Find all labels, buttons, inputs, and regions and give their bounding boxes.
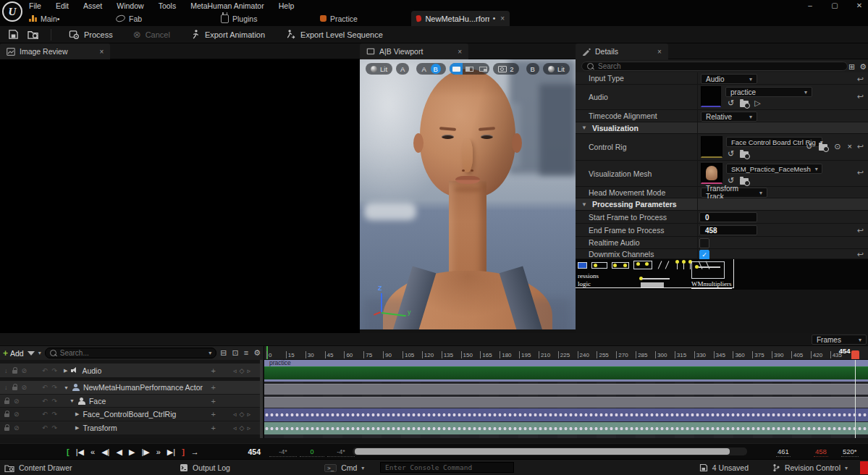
mute-icon[interactable]: ↷: [52, 367, 58, 374]
process-button[interactable]: Process: [60, 27, 122, 43]
tab-main[interactable]: Main•: [29, 11, 59, 26]
play-button[interactable]: ▶: [129, 447, 135, 457]
add-section-icon[interactable]: +: [211, 366, 216, 375]
viewport-close-icon[interactable]: ×: [458, 48, 462, 56]
use-selected-icon[interactable]: ↺: [728, 98, 734, 107]
menu-help[interactable]: Help: [271, 1, 302, 10]
expander-arrow-icon[interactable]: ▶: [75, 411, 79, 417]
prev-keyframe-button[interactable]: «: [90, 447, 95, 456]
keyframe-options-icon[interactable]: ⊟: [220, 348, 227, 358]
mute-icon[interactable]: ↷: [52, 398, 58, 405]
cmd-dropdown[interactable]: >_ Cmd ▾: [324, 460, 364, 475]
tab-details[interactable]: Details ×: [576, 43, 668, 59]
sequencer-search-input[interactable]: Search... ▾: [45, 348, 217, 358]
pick-actor-icon[interactable]: ⊙: [834, 142, 840, 151]
tab-image-review[interactable]: Image Review ×: [0, 43, 110, 59]
settings-gear-icon[interactable]: ⚙: [859, 62, 867, 72]
browse-to-asset-button[interactable]: [25, 28, 42, 42]
content-drawer-button[interactable]: Content Drawer: [4, 460, 72, 475]
browse-to-asset-icon[interactable]: [819, 144, 827, 151]
minimize-button[interactable]: –: [806, 1, 814, 9]
keyframe-nav-icons[interactable]: ◃◇▹: [233, 367, 253, 374]
audio-waveform-track[interactable]: [264, 366, 868, 379]
track-row-audio[interactable]: ↓⊘↶↷▶Audio+◃◇▹: [0, 363, 261, 377]
tab-fab[interactable]: Fab: [116, 11, 142, 26]
view-mode-a-button[interactable]: Lit: [366, 63, 392, 75]
tab-plugins[interactable]: Plugins: [221, 11, 257, 26]
tab-close-icon[interactable]: ×: [500, 14, 505, 22]
play-audio-icon[interactable]: ▷: [754, 98, 760, 107]
solo-icon[interactable]: ↶: [42, 367, 48, 374]
output-log-button[interactable]: Output Log: [180, 460, 230, 475]
tab-practice[interactable]: Practice: [320, 11, 358, 26]
deactivate-icon[interactable]: ⊘: [14, 411, 20, 418]
lock-icon[interactable]: [4, 427, 9, 431]
solo-icon[interactable]: ↶: [42, 424, 48, 432]
mute-icon[interactable]: ↷: [52, 384, 58, 391]
maximize-button[interactable]: ▢: [830, 1, 839, 9]
track-row-newmetahumanperformance-actor[interactable]: ↓⊘↶↷▼NewMetaHumanPerformance Actor+: [0, 381, 261, 394]
menu-tools[interactable]: Tools: [151, 1, 184, 10]
performance-actor-track[interactable]: [264, 384, 868, 395]
reset-to-default-icon[interactable]: ↩: [857, 92, 864, 101]
ab-toggle-b-active[interactable]: B: [431, 64, 441, 74]
image-review-canvas[interactable]: [0, 59, 360, 333]
console-command-input[interactable]: Enter Console Command: [380, 462, 514, 473]
menu-metahuman-animator[interactable]: MetaHuman Animator: [183, 1, 271, 10]
input-type-dropdown[interactable]: Audio ▾: [701, 74, 757, 84]
visualization-mesh-dropdown[interactable]: SKM_Practice_FaceMesh ▾: [726, 164, 822, 174]
browse-to-asset-icon[interactable]: [740, 101, 749, 107]
clear-icon[interactable]: ×: [848, 142, 852, 151]
image-review-close-icon[interactable]: ×: [100, 48, 104, 56]
jump-button[interactable]: →: [191, 447, 199, 456]
add-track-button[interactable]: + Add: [3, 348, 24, 358]
keyframe-nav-icons[interactable]: ◃◇▹: [233, 424, 253, 432]
unsaved-button[interactable]: 4 Unsaved: [699, 460, 749, 475]
ab-toggle-a[interactable]: A: [421, 65, 426, 73]
playback-end-field[interactable]: 458: [814, 447, 828, 457]
lock-icon[interactable]: [12, 387, 17, 390]
solo-icon[interactable]: ↶: [42, 411, 48, 418]
transform-keyframe-track[interactable]: [264, 422, 868, 434]
playhead-marker[interactable]: [851, 350, 859, 360]
section-processing-parameters[interactable]: ▼ Processing Parameters: [576, 198, 868, 211]
solo-icon[interactable]: ↶: [42, 398, 48, 405]
range-end-bracket[interactable]: ]: [182, 447, 185, 456]
lock-icon[interactable]: [4, 400, 9, 404]
filter-icon[interactable]: [28, 351, 35, 356]
unreal-logo-icon[interactable]: U: [2, 1, 22, 22]
add-section-icon[interactable]: +: [211, 397, 216, 405]
to-front-button[interactable]: |◀: [76, 447, 84, 457]
view-range-end-field[interactable]: -4*: [327, 447, 355, 457]
audio-asset-dropdown[interactable]: practice ▾: [725, 87, 812, 97]
end-frame-input[interactable]: 458: [699, 225, 757, 235]
add-section-icon[interactable]: +: [211, 383, 216, 392]
time-display-dropdown[interactable]: Frames ▾: [812, 335, 867, 345]
camera-count-button[interactable]: 2: [493, 63, 518, 75]
camera-a-button[interactable]: A: [396, 63, 409, 75]
tab-newmetahuman-performance[interactable]: NewMetaHu...rformance • ×: [411, 11, 510, 26]
close-button[interactable]: ✕: [855, 1, 864, 9]
realtime-audio-checkbox[interactable]: [699, 238, 709, 248]
details-search-input[interactable]: Search: [581, 62, 848, 71]
notification-badge[interactable]: [860, 461, 868, 474]
outliner-scrollbar[interactable]: [260, 360, 263, 438]
playhead-line[interactable]: [855, 360, 856, 438]
use-selected-icon[interactable]: ↺: [728, 149, 734, 158]
menu-edit[interactable]: Edit: [49, 1, 76, 10]
head-movement-mode-dropdown[interactable]: Transform Track ▾: [701, 188, 767, 198]
camera-b-button[interactable]: B: [526, 63, 539, 75]
reset-to-default-icon[interactable]: ↩: [857, 226, 864, 235]
view-options-icon[interactable]: ≡: [244, 348, 248, 358]
details-close-icon[interactable]: ×: [657, 48, 662, 56]
pin-icon[interactable]: ↓: [4, 367, 8, 374]
deactivate-icon[interactable]: ⊘: [22, 367, 28, 374]
browse-to-asset-icon[interactable]: [740, 151, 749, 158]
expander-arrow-icon[interactable]: ▼: [69, 398, 75, 403]
cancel-button[interactable]: ⊗ Cancel: [125, 27, 179, 43]
deactivate-icon[interactable]: ⊘: [14, 424, 20, 432]
play-reverse-button[interactable]: ◀: [116, 447, 122, 457]
control-rig-thumbnail[interactable]: [701, 136, 722, 158]
keyframe-nav-icons[interactable]: ◃◇▹: [233, 411, 253, 418]
view-mode-b-button[interactable]: Lit: [543, 63, 570, 75]
